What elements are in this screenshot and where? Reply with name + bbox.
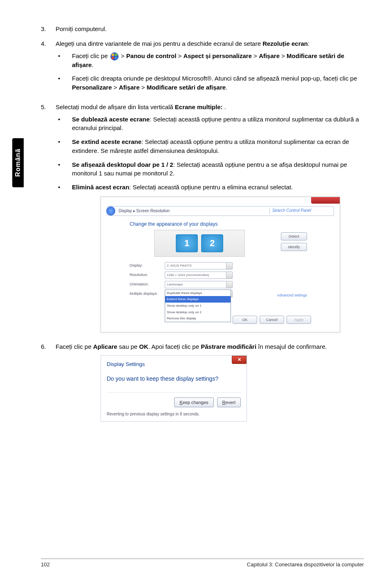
dropdown-item[interactable]: Show desktop only on 1 [165,303,231,309]
detect-button[interactable]: Detect [281,232,307,240]
dialog-countdown: Reverting to previous display settings i… [107,411,241,417]
chapter-title: Capitolul 3: Conectarea dispozitivelor l… [247,561,364,568]
opt-duplicate: •Se dublează aceste ecrane: Selectați ac… [56,115,364,133]
breadcrumb-path[interactable]: Display ▸ Screen Resolution [119,208,170,214]
dialog-title: Display Settings [107,361,241,368]
chevron-down-icon[interactable] [226,281,232,288]
revert-button[interactable]: Revert [217,397,241,407]
monitor-2[interactable]: 2 [201,234,223,252]
cancel-button[interactable]: Cancel [260,316,284,324]
step-4: 4. Alegeți una dintre variantele de mai … [41,39,364,97]
multiple-displays-dropdown[interactable]: Duplicate these displays Extend these di… [165,290,231,322]
dropdown-item-selected[interactable]: Extend these displays [165,296,231,303]
keep-changes-button[interactable]: Keep changes [174,397,213,407]
dialog-message: Do you want to keep these display settin… [107,372,241,392]
step-number: 5. [41,103,56,337]
start-icon [110,52,119,61]
back-button-icon[interactable] [106,206,115,215]
step-6: 6. Faceți clic pe Aplicare sau pe OK. Ap… [41,342,364,422]
resolution-label: Resolution: [130,272,165,278]
window-close-area[interactable] [311,197,340,204]
step-number: 4. [41,39,56,97]
display-label: Display: [130,263,165,268]
monitor-1[interactable]: 1 [176,234,198,252]
orientation-label: Orientation: [130,282,165,287]
language-tab-text: Română [14,148,22,177]
opt-extend: •Se extind aceste ecrane: Selectați acea… [56,137,364,155]
step-number: 6. [41,342,56,422]
close-icon[interactable]: ✕ [232,356,247,364]
monitor-preview[interactable]: 1 2 [154,230,245,257]
dropdown-item[interactable]: Duplicate these displays [165,290,231,296]
document-body: 3. Porniți computerul. 4. Alegeți una di… [41,25,364,427]
opt-remove: •Elimină acest ecran: Selectați această … [56,183,364,192]
ok-button[interactable]: OK [233,316,257,324]
step-text: Porniți computerul. [56,25,364,34]
step-3: 3. Porniți computerul. [41,25,364,34]
language-tab: Română [12,138,24,187]
apply-button[interactable]: Apply [287,316,311,324]
address-bar[interactable]: Display ▸ Screen Resolution Search Contr… [107,206,334,216]
chevron-down-icon[interactable] [226,263,232,269]
multiple-label: Multiple displays: [130,291,165,296]
page-footer: 102 Capitolul 3: Conectarea dispozitivel… [41,559,364,568]
resolution-select[interactable]: 1280 × 1024 (recommended) [165,272,233,279]
advanced-settings-link[interactable]: Advanced settings [277,293,307,298]
opt-showon: •Se afișează desktopul doar pe 1 / 2: Se… [56,160,364,178]
dropdown-item[interactable]: Show desktop only on 2 [165,309,231,316]
step-number: 3. [41,25,56,34]
search-input[interactable]: Search Control Panel [269,208,334,214]
dropdown-item[interactable]: Remove this display [165,315,231,322]
step-lead: Alegeți una dintre variantele de mai jos… [56,40,262,47]
orientation-select[interactable]: Landscape [165,281,233,288]
identify-button[interactable]: Identify [281,243,307,251]
screen-resolution-window: Display ▸ Screen Resolution Search Contr… [101,197,340,332]
display-settings-dialog: ✕ Display Settings Do you want to keep t… [101,355,247,422]
substep-4a: • Faceți clic pe > Panou de control > As… [56,52,364,70]
chevron-down-icon[interactable] [226,272,232,278]
page-number: 102 [41,561,50,568]
window-heading: Change the appearance of your displays [130,221,217,228]
step-bold: Rezoluție ecran [262,40,308,47]
step-5: 5. Selectați modul de afișare din lista … [41,103,364,337]
display-select[interactable]: 2. ASUS PA4273 [165,262,233,269]
substep-4b: • Faceți clic dreapta oriunde pe desktop… [56,74,364,92]
